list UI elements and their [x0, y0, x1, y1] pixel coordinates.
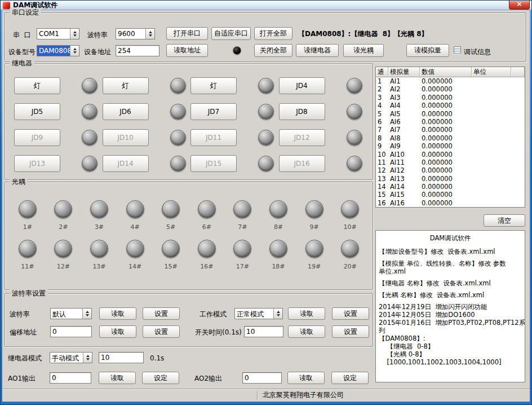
- device-address-input[interactable]: [116, 45, 159, 56]
- relay-button[interactable]: JD7: [190, 103, 237, 120]
- open-all-button[interactable]: 打开全部: [254, 27, 292, 40]
- combo-spinner-icon[interactable]: [145, 29, 154, 39]
- title-bar[interactable]: DAM调试软件 ×: [1, 1, 531, 10]
- relay-button[interactable]: 灯: [103, 77, 149, 94]
- relay-led-indicator: [170, 130, 186, 146]
- device-address-label: 设备地址: [84, 48, 111, 56]
- ao1-input[interactable]: [50, 372, 91, 384]
- combo-spinner-icon[interactable]: [82, 309, 91, 319]
- name-cell: AI10: [388, 151, 420, 159]
- switchtime-set-button[interactable]: 设置: [332, 325, 369, 338]
- analog-table-row[interactable]: 3 AI3 0.000000: [376, 94, 525, 102]
- analog-table-row[interactable]: 9 AI9 0.000000: [376, 142, 525, 150]
- relay-button[interactable]: JD15: [190, 155, 237, 172]
- channel-cell: 2: [376, 85, 388, 93]
- offset-address-input[interactable]: [50, 326, 92, 337]
- opto-led-indicator: [19, 200, 37, 218]
- relay-button[interactable]: JD10: [103, 129, 149, 146]
- baud-read-button[interactable]: 读取: [99, 307, 136, 320]
- opto-cell: 8#: [269, 200, 287, 231]
- relay-cell: JD14: [103, 155, 191, 172]
- opto-channel-label: 11#: [21, 263, 34, 270]
- analog-table-row[interactable]: 14 AI14 0.000000: [376, 183, 525, 191]
- read-analog-button[interactable]: 读模拟量: [406, 44, 449, 57]
- relay-button[interactable]: JD9: [14, 129, 60, 146]
- opto-channel-label: 4#: [130, 223, 139, 231]
- name-cell: AI13: [388, 175, 420, 183]
- ao2-set-button[interactable]: 设定: [331, 372, 369, 384]
- info-line: [379, 256, 522, 259]
- com-port-select[interactable]: COM1: [37, 28, 79, 39]
- relay-mode-select[interactable]: 手动模式: [50, 352, 92, 363]
- switchtime-read-button[interactable]: 读取: [288, 325, 325, 338]
- workmode-set-button[interactable]: 设置: [332, 307, 369, 320]
- workmode-read-button[interactable]: 读取: [288, 307, 325, 320]
- channel-cell: 16: [376, 199, 388, 207]
- header-unit[interactable]: 单位: [472, 67, 511, 77]
- read-address-button[interactable]: 读取地址: [166, 44, 208, 57]
- opto-led-indicator: [269, 240, 287, 258]
- baud-set-button[interactable]: 设置: [143, 307, 180, 320]
- analog-table-row[interactable]: 7 AI7 0.000000: [376, 126, 525, 134]
- baud-setting-select[interactable]: 默认: [50, 308, 92, 319]
- analog-table-row[interactable]: 11 AI11 0.000000: [376, 159, 525, 166]
- ao1-set-button[interactable]: 设定: [142, 372, 179, 384]
- analog-table-row[interactable]: 6 AI6 0.000000: [376, 118, 525, 126]
- relay-button[interactable]: 灯: [190, 77, 237, 94]
- analog-table-row[interactable]: 10 AI10 0.000000: [376, 151, 525, 159]
- read-relay-button[interactable]: 读继电器: [296, 44, 339, 57]
- unit-cell: [472, 166, 511, 174]
- analog-table-row[interactable]: 2 AI2 0.000000: [376, 85, 525, 93]
- analog-table-row[interactable]: 13 AI13 0.000000: [376, 175, 525, 183]
- relay-button[interactable]: JD16: [279, 155, 325, 172]
- name-cell: AI15: [388, 191, 420, 199]
- relay-time-input[interactable]: [99, 352, 144, 363]
- offset-read-button[interactable]: 读取: [99, 325, 136, 338]
- relay-group-title: 继电器: [10, 59, 34, 67]
- analog-table-row[interactable]: 16 AI16 0.000000: [376, 199, 525, 207]
- name-cell: AI11: [388, 159, 420, 166]
- opto-led-indicator: [90, 240, 108, 258]
- clear-button[interactable]: 清空: [484, 214, 525, 227]
- analog-table-row[interactable]: 1 AI1 0.000000: [376, 77, 525, 85]
- relay-button[interactable]: 灯: [14, 77, 60, 94]
- relay-button[interactable]: JD13: [14, 155, 60, 172]
- close-all-button[interactable]: 关闭全部: [254, 44, 292, 57]
- header-value[interactable]: 数值: [420, 67, 472, 77]
- relay-button[interactable]: JD12: [279, 129, 325, 146]
- baud-rate-select[interactable]: 9600: [116, 28, 155, 39]
- ao2-read-button[interactable]: 读取: [287, 372, 325, 384]
- relay-button[interactable]: JD4: [279, 77, 325, 94]
- combo-spinner-icon[interactable]: [83, 353, 92, 363]
- switch-time-input[interactable]: [244, 326, 283, 337]
- ao2-input[interactable]: [242, 372, 282, 384]
- ao1-read-button[interactable]: 读取: [99, 372, 136, 384]
- combo-spinner-icon[interactable]: [70, 46, 79, 56]
- offset-set-button[interactable]: 设置: [143, 325, 180, 338]
- work-mode-select[interactable]: 正常模式: [234, 308, 283, 319]
- analog-table-row[interactable]: 8 AI8 0.000000: [376, 134, 525, 142]
- analog-table-row[interactable]: 5 AI5 0.000000: [376, 110, 525, 118]
- relay-button[interactable]: JD11: [190, 129, 237, 146]
- header-analog[interactable]: 模拟量: [388, 67, 420, 77]
- device-model-select[interactable]: DAM0808: [37, 45, 79, 56]
- header-channel[interactable]: 通: [376, 67, 388, 77]
- switch-time-label: 开关时间(0.1s): [195, 328, 242, 336]
- analog-table-row[interactable]: 4 AI4 0.000000: [376, 102, 525, 109]
- opto-cell: 18#: [269, 240, 287, 270]
- app-icon: [3, 2, 10, 9]
- relay-button[interactable]: JD8: [279, 103, 325, 120]
- combo-spinner-icon[interactable]: [273, 309, 282, 319]
- open-serial-button[interactable]: 打开串口: [166, 27, 208, 40]
- debug-info-icon[interactable]: [454, 46, 461, 54]
- relay-button[interactable]: JD5: [14, 103, 60, 120]
- opto-cell: 4#: [126, 200, 144, 231]
- analog-table-row[interactable]: 15 AI15 0.000000: [376, 191, 525, 199]
- combo-spinner-icon[interactable]: [70, 29, 79, 39]
- relay-button[interactable]: JD14: [103, 155, 149, 172]
- read-opto-button[interactable]: 读光耦: [343, 44, 384, 57]
- auto-serial-button[interactable]: 自适应串口: [211, 27, 251, 40]
- close-button[interactable]: ×: [509, 1, 530, 10]
- analog-table-row[interactable]: 12 AI12 0.000000: [376, 166, 525, 174]
- relay-button[interactable]: JD6: [103, 103, 149, 120]
